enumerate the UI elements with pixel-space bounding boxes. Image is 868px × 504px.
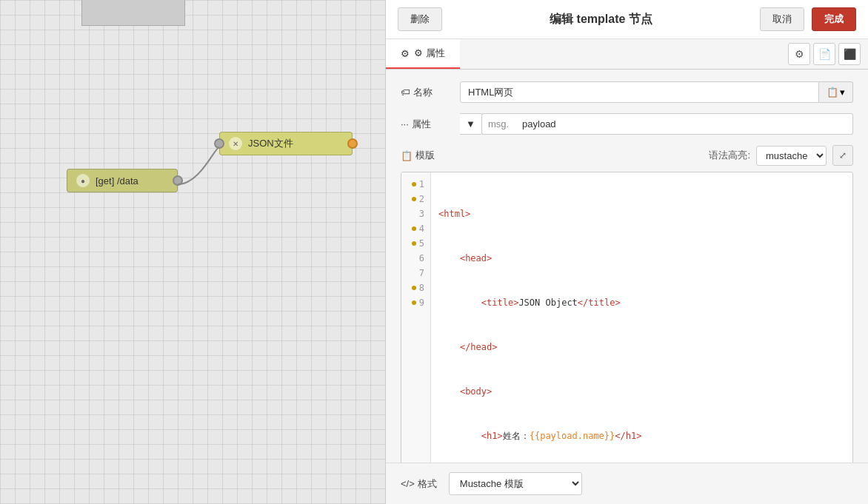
node-json-label: JSON文件 <box>248 137 293 150</box>
panel-content: 🏷 名称 📋 ▾ ··· 属性 ▼ msg. <box>386 70 868 463</box>
panel-title: 编辑 template 节点 <box>550 12 652 27</box>
tab-properties[interactable]: ⚙ ⚙ 属性 <box>386 39 460 69</box>
property-label: ··· 属性 <box>401 118 460 131</box>
code-icon: </> <box>401 478 415 489</box>
syntax-row: 语法高亮: mustache html javascript css none … <box>709 145 853 166</box>
canvas: ● [get] /data ✕ JSON文件 <box>0 0 385 504</box>
line-num-2: 2 <box>401 192 430 206</box>
line-num-4: 4 <box>401 221 430 236</box>
delete-button[interactable]: 删除 <box>398 7 442 31</box>
tab-layout-icon[interactable]: ⬛ <box>838 43 861 65</box>
tab-second[interactable] <box>460 46 490 62</box>
property-dropdown[interactable]: ▼ <box>460 113 481 135</box>
property-msg-prefix: msg. <box>481 113 515 135</box>
template-section: 📋 模版 语法高亮: mustache html javascript css … <box>401 145 853 463</box>
node-json-connector-left[interactable] <box>214 138 224 149</box>
dots-icon: ··· <box>401 118 409 130</box>
syntax-label: 语法高亮: <box>709 149 750 162</box>
tag-icon: 🏷 <box>401 87 410 98</box>
line-numbers: 1 2 3 4 5 6 7 8 9 <box>401 172 431 463</box>
form-row-property: ··· 属性 ▼ msg. <box>401 113 853 135</box>
node-get[interactable]: ● [get] /data <box>67 169 178 192</box>
expand-button[interactable]: ⤢ <box>832 145 853 166</box>
canvas-connections <box>0 0 385 504</box>
format-select[interactable]: Mustache 模版 Plain Text JSON <box>449 472 582 495</box>
property-input-group: ▼ msg. <box>460 113 853 135</box>
line-num-8: 8 <box>401 280 430 295</box>
tab-icons-right: ⚙ 📄 ⬛ <box>788 43 868 65</box>
code-line-2: <head> <box>438 251 845 266</box>
code-line-6: <h1>姓名：{{payload.name}}</h1> <box>438 429 845 443</box>
complete-button[interactable]: 完成 <box>812 7 856 31</box>
template-label: 📋 模版 <box>401 149 435 162</box>
line-num-3: 3 <box>401 206 430 221</box>
tab-doc-icon[interactable]: 📄 <box>813 43 835 65</box>
code-line-4: </head> <box>438 340 845 355</box>
line-num-1: 1 <box>401 177 430 192</box>
property-value-input[interactable] <box>515 113 853 135</box>
tab-properties-label: ⚙ 属性 <box>414 47 445 60</box>
template-icon: 📋 <box>401 150 413 161</box>
bottom-row: </> 格式 Mustache 模版 Plain Text JSON <box>386 463 868 504</box>
syntax-select[interactable]: mustache html javascript css none <box>756 146 827 166</box>
line-num-7: 7 <box>401 266 430 280</box>
node-get-connector-right[interactable] <box>173 175 183 186</box>
panel-header-left-actions: 删除 <box>398 7 442 31</box>
name-copy-button[interactable]: 📋 ▾ <box>819 81 853 103</box>
format-label: </> 格式 <box>401 477 437 491</box>
name-label: 🏷 名称 <box>401 86 460 99</box>
copy-icon: 📋 <box>827 87 838 98</box>
template-header: 📋 模版 语法高亮: mustache html javascript css … <box>401 145 853 166</box>
tabs-row: ⚙ ⚙ 属性 ⚙ 📄 ⬛ <box>386 39 868 70</box>
name-input-group: 📋 ▾ <box>460 81 853 103</box>
code-editor[interactable]: 1 2 3 4 5 6 7 8 9 <html> <head> <t <box>401 172 853 463</box>
node-json-connector-right[interactable] <box>347 138 358 149</box>
panel-header: 删除 编辑 template 节点 取消 完成 <box>386 0 868 39</box>
chevron-down-icon2: ▼ <box>466 118 475 130</box>
gear-icon: ⚙ <box>401 48 410 59</box>
code-content[interactable]: <html> <head> <title>JSON Object</title>… <box>431 172 852 463</box>
expand-icon: ⤢ <box>839 150 847 161</box>
code-line-1: <html> <box>438 206 845 221</box>
line-num-9: 9 <box>401 295 430 310</box>
code-line-3: <title>JSON Object</title> <box>438 295 845 310</box>
form-row-name: 🏷 名称 📋 ▾ <box>401 81 853 103</box>
node-json-icon: ✕ <box>229 137 242 150</box>
node-get-icon: ● <box>76 174 90 187</box>
tab-settings-icon[interactable]: ⚙ <box>788 43 810 65</box>
code-line-5: <body> <box>438 384 845 399</box>
code-lines: 1 2 3 4 5 6 7 8 9 <html> <head> <t <box>401 172 852 463</box>
canvas-top-node <box>81 0 185 26</box>
line-num-6: 6 <box>401 251 430 266</box>
line-num-5: 5 <box>401 236 430 251</box>
edit-panel: 删除 编辑 template 节点 取消 完成 ⚙ ⚙ 属性 ⚙ 📄 ⬛ 🏷 名… <box>385 0 868 504</box>
node-json[interactable]: ✕ JSON文件 <box>219 132 353 155</box>
node-get-label: [get] /data <box>96 175 138 187</box>
cancel-button[interactable]: 取消 <box>760 7 804 31</box>
panel-header-right-actions: 取消 完成 <box>760 7 856 31</box>
chevron-down-icon: ▾ <box>840 87 845 98</box>
name-input[interactable] <box>460 81 819 103</box>
